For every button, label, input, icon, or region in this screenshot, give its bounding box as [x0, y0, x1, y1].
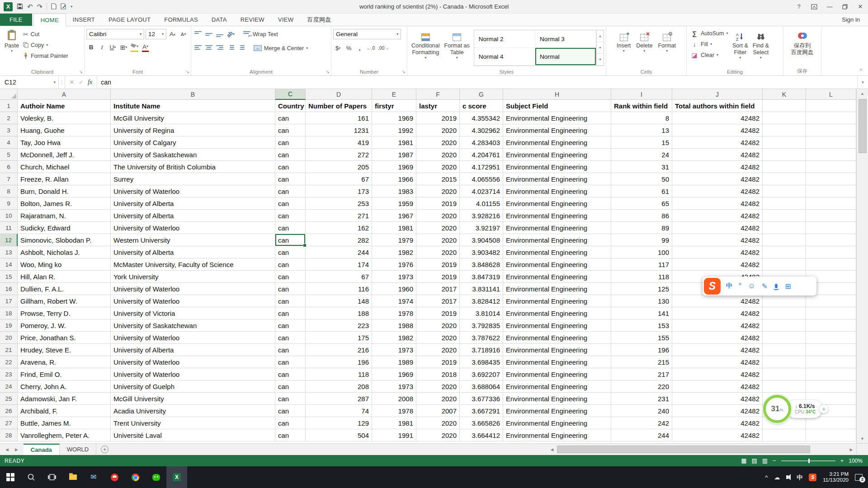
cell-K20[interactable] — [763, 332, 806, 344]
cell-H8[interactable]: Environmental Engineering — [503, 185, 611, 197]
cell-C1[interactable]: Country — [275, 100, 306, 112]
cell-E28[interactable]: 1991 — [372, 429, 416, 441]
row-header-23[interactable]: 23 — [0, 368, 18, 380]
cell-D28[interactable]: 504 — [306, 429, 372, 441]
cell-B27[interactable]: Trent University — [111, 417, 275, 429]
cell-A15[interactable]: Hill, Alan R. — [18, 271, 111, 283]
sogou-ime-tray-icon[interactable]: S — [809, 474, 816, 481]
cell-G9[interactable]: 4.01155 — [460, 197, 503, 210]
cell-B28[interactable]: Université Laval — [111, 429, 275, 441]
ribbon-tab-formulas[interactable]: FORMULAS — [157, 14, 205, 26]
cell-H10[interactable]: Environmental Engineering — [503, 210, 611, 222]
cell-D5[interactable]: 272 — [306, 149, 372, 161]
cell-A9[interactable]: Bolton, James R. — [18, 197, 111, 210]
row-header-14[interactable]: 14 — [0, 258, 18, 271]
wrap-text-button[interactable]: ↩Wrap Text — [241, 29, 280, 40]
row-header-6[interactable]: 6 — [0, 161, 18, 173]
paste-dropdown-icon[interactable]: ▾ — [11, 49, 13, 53]
cell-F10[interactable]: 2020 — [416, 210, 460, 222]
cell-G13[interactable]: 3.903482 — [460, 246, 503, 258]
cell-I3[interactable]: 13 — [611, 124, 672, 136]
cell-F3[interactable]: 2020 — [416, 124, 460, 136]
cell-G21[interactable]: 3.718916 — [460, 344, 503, 356]
cell-L18[interactable] — [806, 307, 856, 319]
row-header-7[interactable]: 7 — [0, 173, 18, 185]
cell-J11[interactable]: 42482 — [672, 222, 763, 234]
cell-J26[interactable]: 42482 — [672, 405, 763, 417]
cell-L24[interactable] — [806, 380, 856, 393]
scroll-right-button[interactable]: ▶ — [846, 447, 856, 452]
sign-in-link[interactable]: Sign in — [842, 14, 868, 26]
cell-C10[interactable]: can — [275, 210, 306, 222]
cell-I6[interactable]: 31 — [611, 161, 672, 173]
cell-I2[interactable]: 8 — [611, 112, 672, 124]
cell-D20[interactable]: 175 — [306, 332, 372, 344]
cell-G3[interactable]: 4.302962 — [460, 124, 503, 136]
cell-B3[interactable]: University of Regina — [111, 124, 275, 136]
row-header-13[interactable]: 13 — [0, 246, 18, 258]
cell-style-normal-2[interactable]: Normal 2 — [474, 30, 535, 48]
voice-input-icon[interactable] — [775, 284, 778, 288]
cell-G26[interactable]: 3.667291 — [460, 405, 503, 417]
qat-customize-button[interactable]: ▾ — [71, 5, 72, 9]
cell-J19[interactable]: 42482 — [672, 319, 763, 332]
cell-F16[interactable]: 2017 — [416, 283, 460, 295]
cell-A23[interactable]: Frind, Emil O. — [18, 368, 111, 380]
cell-F20[interactable]: 2020 — [416, 332, 460, 344]
cell-L5[interactable] — [806, 149, 856, 161]
cell-J22[interactable]: 42482 — [672, 356, 763, 368]
page-break-view-button[interactable]: ▥ — [762, 458, 768, 464]
cell-F12[interactable]: 2020 — [416, 234, 460, 246]
cell-K6[interactable] — [763, 161, 806, 173]
cell-K2[interactable] — [763, 112, 806, 124]
cell-E23[interactable]: 1969 — [372, 368, 416, 380]
cell-K23[interactable] — [763, 368, 806, 380]
task-view-button[interactable] — [42, 466, 62, 488]
cell-D15[interactable]: 67 — [306, 271, 372, 283]
cell-D24[interactable]: 208 — [306, 380, 372, 393]
restore-button[interactable] — [837, 0, 853, 13]
taskbar-clock[interactable]: 3:21 PM 11/13/2020 — [823, 471, 849, 483]
scroll-down-button[interactable]: ▼ — [857, 434, 868, 443]
expand-formula-bar-button[interactable]: ▾ — [857, 76, 868, 89]
zoom-out-button[interactable]: − — [773, 458, 776, 464]
cell-F1[interactable]: lastyr — [416, 100, 460, 112]
cell-I4[interactable]: 15 — [611, 136, 672, 149]
cell-K18[interactable] — [763, 307, 806, 319]
find-select-button[interactable]: Find & Select ▾ — [750, 28, 771, 68]
cell-E11[interactable]: 1981 — [372, 222, 416, 234]
cell-F7[interactable]: 2015 — [416, 173, 460, 185]
cell-D14[interactable]: 174 — [306, 258, 372, 271]
cell-H26[interactable]: Environmental Engineering — [503, 405, 611, 417]
cell-E9[interactable]: 1959 — [372, 197, 416, 210]
ribbon-tab-page-layout[interactable]: PAGE LAYOUT — [102, 14, 157, 26]
cell-G14[interactable]: 3.848628 — [460, 258, 503, 271]
cell-E18[interactable]: 1978 — [372, 307, 416, 319]
cell-G8[interactable]: 4.023714 — [460, 185, 503, 197]
cell-I26[interactable]: 240 — [611, 405, 672, 417]
cell-K4[interactable] — [763, 136, 806, 149]
ribbon-tab-file[interactable]: FILE — [0, 14, 32, 26]
cell-I28[interactable]: 244 — [611, 429, 672, 441]
cell-D7[interactable]: 67 — [306, 173, 372, 185]
cell-H20[interactable]: Environmental Engineering — [503, 332, 611, 344]
comma-style-button[interactable]: , — [355, 43, 364, 53]
normal-view-button[interactable]: ▦ — [741, 458, 746, 464]
sogou-logo-icon[interactable]: S — [704, 278, 721, 295]
cell-B19[interactable]: University of Saskatchewan — [111, 319, 275, 332]
cell-E26[interactable]: 1978 — [372, 405, 416, 417]
mail-button[interactable]: ✉ — [83, 466, 104, 488]
cell-H22[interactable]: Environmental Engineering — [503, 356, 611, 368]
formula-bar-grip[interactable]: ⋮ — [59, 76, 65, 89]
column-header-E[interactable]: E — [372, 89, 416, 100]
bold-button[interactable]: B — [86, 42, 96, 52]
cell-D26[interactable]: 74 — [306, 405, 372, 417]
cell-H7[interactable]: Environmental Engineering — [503, 173, 611, 185]
cell-K21[interactable] — [763, 344, 806, 356]
file-explorer-button[interactable] — [62, 466, 83, 488]
cell-B23[interactable]: University of Waterloo — [111, 368, 275, 380]
cell-C3[interactable]: can — [275, 124, 306, 136]
ribbon-tab-view[interactable]: VIEW — [271, 14, 300, 26]
cell-H3[interactable]: Environmental Engineering — [503, 124, 611, 136]
cell-A28[interactable]: Vanrolleghem, Peter A. — [18, 429, 111, 441]
